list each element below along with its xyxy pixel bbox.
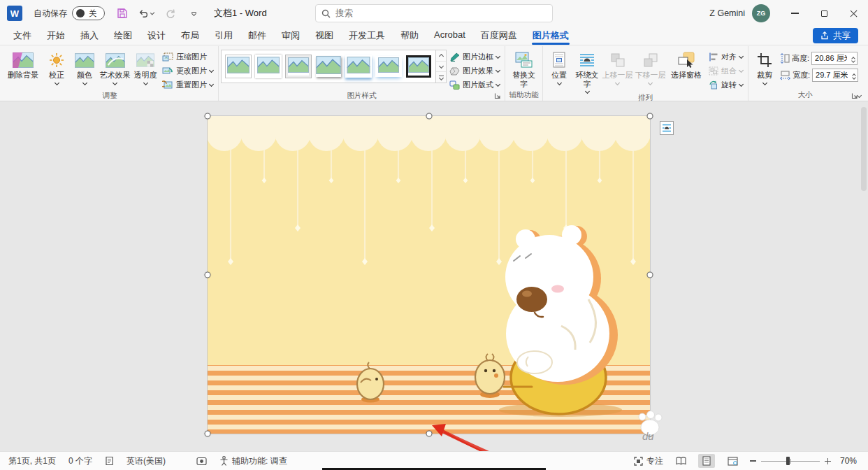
read-mode-button[interactable] bbox=[672, 454, 689, 468]
read-mode-icon bbox=[676, 457, 686, 465]
tab-layout[interactable]: 布局 bbox=[173, 27, 207, 45]
avatar[interactable]: ZG bbox=[752, 4, 770, 22]
tab-references[interactable]: 引用 bbox=[207, 27, 240, 45]
title-bar: W 自动保存 关 文档1 - Word Z Gemini ZG bbox=[0, 0, 868, 27]
align-button[interactable]: 对齐 bbox=[709, 51, 743, 63]
tab-insert[interactable]: 插入 bbox=[73, 27, 106, 45]
reset-picture-button[interactable]: 重置图片 bbox=[162, 79, 213, 91]
accessibility-checker[interactable]: 辅助功能: 调查 bbox=[219, 455, 287, 467]
zoom-level[interactable]: 70% bbox=[840, 456, 860, 466]
resize-handle-middle-right[interactable] bbox=[647, 272, 653, 278]
tab-review[interactable]: 审阅 bbox=[274, 27, 308, 45]
vertical-scrollbar-thumb[interactable] bbox=[861, 107, 867, 191]
print-layout-button[interactable] bbox=[698, 454, 715, 468]
language-status[interactable]: 英语(美国) bbox=[126, 455, 166, 467]
style-thumb-5[interactable] bbox=[345, 53, 372, 80]
resize-handle-top-right[interactable] bbox=[647, 113, 653, 120]
bring-forward-button-disabled: 上移一层 bbox=[601, 46, 634, 85]
crop-button[interactable]: 裁剪 bbox=[751, 46, 779, 85]
gallery-more-button[interactable] bbox=[436, 72, 446, 83]
restore-icon bbox=[821, 10, 827, 17]
focus-mode-button[interactable]: 专注 bbox=[634, 455, 663, 467]
print-layout-icon bbox=[702, 456, 711, 466]
document-page[interactable] bbox=[208, 116, 650, 434]
user-name[interactable]: Z Gemini bbox=[709, 8, 745, 18]
corrections-button[interactable]: 校正 bbox=[43, 46, 71, 85]
resize-handle-bottom-left[interactable] bbox=[205, 431, 211, 437]
picture-effects-button[interactable]: 图片效果 bbox=[449, 65, 500, 77]
minimize-icon bbox=[791, 13, 799, 13]
alt-text-button[interactable]: 替换文字 bbox=[507, 46, 540, 88]
restore-button[interactable] bbox=[809, 0, 839, 27]
picture-border-button[interactable]: 图片边框 bbox=[449, 51, 500, 63]
autosave-toggle[interactable]: 关 bbox=[72, 6, 105, 20]
picture-styles-gallery bbox=[221, 50, 436, 83]
resize-handle-bottom-right[interactable] bbox=[647, 431, 653, 437]
tab-picture-format[interactable]: 图片格式 bbox=[525, 27, 577, 45]
layout-options-button[interactable] bbox=[660, 121, 674, 135]
zoom-in-button[interactable] bbox=[825, 458, 831, 464]
zoom-out-button[interactable] bbox=[750, 460, 756, 461]
minimize-button[interactable] bbox=[780, 0, 809, 27]
tab-baidu-netdisk[interactable]: 百度网盘 bbox=[473, 27, 525, 45]
style-thumb-7[interactable] bbox=[405, 53, 433, 80]
gallery-scroll-down[interactable] bbox=[436, 62, 446, 73]
save-icon[interactable] bbox=[115, 5, 130, 22]
wrap-text-button[interactable]: 环绕文字 bbox=[573, 46, 601, 93]
selected-picture[interactable] bbox=[208, 116, 650, 434]
search-input[interactable] bbox=[335, 8, 547, 18]
change-picture-button[interactable]: 更改图片 bbox=[162, 65, 213, 77]
tab-acrobat[interactable]: Acrobat bbox=[426, 27, 473, 43]
resize-handle-bottom-center[interactable] bbox=[426, 431, 432, 437]
gallery-scroll-up[interactable] bbox=[436, 50, 446, 62]
layout-options-icon bbox=[662, 123, 672, 133]
close-button[interactable] bbox=[839, 0, 868, 27]
tab-design[interactable]: 设计 bbox=[140, 27, 173, 45]
resize-handle-middle-left[interactable] bbox=[205, 272, 211, 278]
style-thumb-6[interactable] bbox=[375, 53, 403, 80]
group-label-accessibility: 辅助功能 bbox=[507, 90, 540, 101]
position-button[interactable]: 位置 bbox=[545, 46, 573, 85]
style-thumb-3[interactable] bbox=[284, 53, 312, 80]
tab-developer[interactable]: 开发工具 bbox=[341, 27, 393, 45]
undo-button[interactable] bbox=[138, 5, 154, 22]
customize-quick-access-icon[interactable] bbox=[186, 5, 201, 22]
style-thumb-4[interactable] bbox=[314, 53, 342, 80]
style-thumb-2[interactable] bbox=[254, 53, 282, 80]
resize-handle-top-left[interactable] bbox=[205, 113, 211, 120]
rotate-icon bbox=[709, 80, 718, 90]
share-label: 共享 bbox=[833, 30, 851, 42]
style-thumb-1[interactable] bbox=[224, 53, 252, 80]
resize-handle-top-center[interactable] bbox=[426, 113, 432, 120]
share-button[interactable]: 共享 bbox=[813, 28, 858, 43]
proofing-status[interactable] bbox=[105, 456, 114, 466]
macro-recording-button[interactable] bbox=[196, 457, 207, 466]
zoom-slider[interactable] bbox=[761, 457, 820, 465]
height-input[interactable] bbox=[815, 55, 847, 63]
search-box[interactable] bbox=[315, 4, 553, 22]
picture-layout-button[interactable]: 图片版式 bbox=[449, 79, 500, 91]
group-accessibility: 替换文字 辅助功能 bbox=[505, 46, 542, 101]
zoom-slider-thumb[interactable] bbox=[786, 457, 790, 465]
tab-draw[interactable]: 绘图 bbox=[106, 27, 140, 45]
width-spinner bbox=[812, 69, 858, 82]
color-button[interactable]: 颜色 bbox=[71, 46, 99, 85]
width-input[interactable] bbox=[816, 71, 848, 80]
remove-background-button[interactable]: 删除背景 bbox=[3, 46, 43, 80]
tab-file[interactable]: 文件 bbox=[6, 27, 39, 45]
web-layout-button[interactable] bbox=[724, 454, 741, 468]
tab-view[interactable]: 视图 bbox=[308, 27, 341, 45]
height-label: 高度: bbox=[792, 53, 809, 64]
compress-pictures-button[interactable]: 压缩图片 bbox=[162, 51, 213, 63]
crop-icon bbox=[757, 50, 772, 71]
word-count[interactable]: 0 个字 bbox=[68, 455, 92, 467]
selection-pane-button[interactable]: 选择窗格 bbox=[667, 46, 706, 80]
page-indicator[interactable]: 第1页, 共1页 bbox=[8, 455, 56, 467]
artistic-effects-button[interactable]: 艺术效果 bbox=[99, 46, 131, 85]
picture-styles-dialog-launcher[interactable] bbox=[494, 92, 501, 99]
tab-mailings[interactable]: 邮件 bbox=[240, 27, 274, 45]
tab-help[interactable]: 帮助 bbox=[393, 27, 426, 45]
rotate-button[interactable]: 旋转 bbox=[709, 79, 743, 91]
transparency-button[interactable]: 透明度 bbox=[131, 46, 159, 85]
tab-home[interactable]: 开始 bbox=[39, 27, 73, 45]
